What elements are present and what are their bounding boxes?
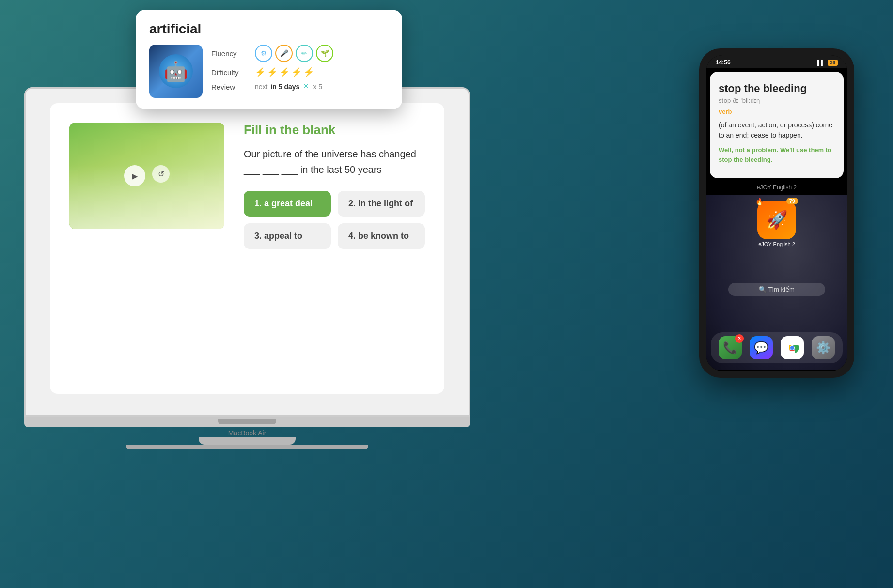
star-2: ⚡ [267,67,278,77]
video-thumbnail[interactable]: ▶ ↺ [69,123,224,229]
chrome-icon [785,341,799,355]
exercise-type-title: Fill in the blank [244,123,425,138]
dock-settings[interactable]: ⚙️ [812,336,835,359]
laptop-foot [126,445,368,449]
svg-point-3 [790,346,794,350]
eye-icon: 👁 [302,82,310,91]
review-days: in 5 days [270,83,299,91]
phone-screen: 14:56 ▌▌ 36 stop the bleeding stɒp ðɪ ˈb… [706,55,847,371]
ejoy-icon-emoji: 🚀 [766,210,788,230]
laptop-screen: ▶ ↺ Fill in the blank Our picture of the… [24,87,470,417]
ejoy-app-container: 🚀 🔥 79 eJOY English 2 [757,195,796,253]
phone-word-pos: verb [719,108,835,115]
phone-word-card: stop the bleeding stɒp ðɪ ˈbliːdɪŋ verb … [710,72,844,178]
ejoy-score: 79 [786,198,798,204]
review-count: x 5 [313,83,322,91]
tablet-word-title: artificial [149,21,389,37]
star-5: ⚡ [303,67,314,77]
phone-outer: 14:56 ▌▌ 36 stop the bleeding stɒp ðɪ ˈb… [699,48,854,378]
phone: 14:56 ▌▌ 36 stop the bleeding stɒp ðɪ ˈb… [699,48,854,378]
tablet-word-card: artificial 🤖 Fluency ⚙ 🎤 ✏ 🌱 Difficulty … [136,10,402,109]
answer-2[interactable]: 2. in the light of [338,191,425,217]
fluency-icon-4[interactable]: 🌱 [316,45,333,62]
question-area: Fill in the blank Our picture of the uni… [244,123,425,249]
flame-icon: 🔥 [755,198,764,205]
fluency-icon-1[interactable]: ⚙ [255,45,272,62]
star-1: ⚡ [255,67,266,77]
dock-messenger[interactable]: 💬 [750,336,773,359]
review-next: next [255,83,267,91]
difficulty-row: Difficulty ⚡ ⚡ ⚡ ⚡ ⚡ [211,67,389,77]
answer-4[interactable]: 4. be known to [338,223,425,249]
example-highlight: stop the bleeding [719,156,771,163]
answer-3[interactable]: 3. appeal to [244,223,331,249]
phone-time: 14:56 [716,59,731,66]
phone-badge: 3 [735,334,744,343]
example-prefix: Well, not a problem. We'll use them to [719,146,831,154]
phone-status-bar: 14:56 ▌▌ 36 [706,55,847,68]
fluency-icon-3[interactable]: ✏ [296,45,313,62]
phone-dock: 📞 3 💬 [711,332,843,363]
laptop-base [24,417,470,427]
difficulty-stars: ⚡ ⚡ ⚡ ⚡ ⚡ [255,67,314,77]
dock-chrome[interactable] [781,336,804,359]
ejoy-app-label: eJOY English 2 [758,241,795,247]
laptop-notch [218,419,276,424]
phone-home-screen: 🚀 🔥 79 eJOY English 2 🔍 Tìm kiếm 📞 3 [706,195,847,370]
answers-grid: 1. a great deal 2. in the light of 3. ap… [244,191,425,249]
phone-search-bar[interactable]: 🔍 Tìm kiếm [728,283,825,296]
laptop-content: ▶ ↺ Fill in the blank Our picture of the… [50,103,444,394]
example-suffix: . [771,156,773,163]
laptop-brand: MacBook Air [24,429,470,437]
review-row: Review next in 5 days 👁 x 5 [211,82,389,91]
replay-button[interactable]: ↺ [152,165,170,183]
phone-word-example: Well, not a problem. We'll use them to s… [719,145,835,164]
question-text: Our picture of the universe has changed … [244,146,425,177]
ejoy-app-icon[interactable]: 🚀 🔥 79 [757,201,796,239]
review-info: next in 5 days 👁 x 5 [255,82,322,91]
tablet-card-rows: Fluency ⚙ 🎤 ✏ 🌱 Difficulty ⚡ ⚡ ⚡ ⚡ ⚡ [211,45,389,96]
answer-1[interactable]: 1. a great deal [244,191,331,217]
laptop: ▶ ↺ Fill in the blank Our picture of the… [24,87,470,449]
laptop-stand [199,437,296,445]
phone-word-definition: (of an event, action, or process) come t… [719,120,835,140]
star-3: ⚡ [279,67,290,77]
exercise-area: ▶ ↺ Fill in the blank Our picture of the… [69,123,425,249]
phone-word-phonetic: stɒp ðɪ ˈbliːdɪŋ [719,97,835,104]
fluency-label: Fluency [211,49,250,58]
fluency-icons: ⚙ 🎤 ✏ 🌱 [255,45,333,62]
status-right: ▌▌ 36 [817,60,838,66]
star-4: ⚡ [291,67,302,77]
review-label: Review [211,83,250,91]
phone-app-source: eJOY English 2 [706,182,847,195]
tablet-word-image: 🤖 [149,45,203,98]
robot-icon: 🤖 [159,54,193,88]
video-controls: ▶ ↺ [124,165,170,186]
phone-word-title: stop the bleeding [719,82,835,95]
fluency-icon-2[interactable]: 🎤 [275,45,293,62]
play-button[interactable]: ▶ [124,165,145,186]
difficulty-label: Difficulty [211,68,250,77]
battery-icon: 36 [828,60,838,66]
dock-phone[interactable]: 📞 3 [719,336,742,359]
fluency-row: Fluency ⚙ 🎤 ✏ 🌱 [211,45,389,62]
signal-icon: ▌▌ [817,60,825,65]
